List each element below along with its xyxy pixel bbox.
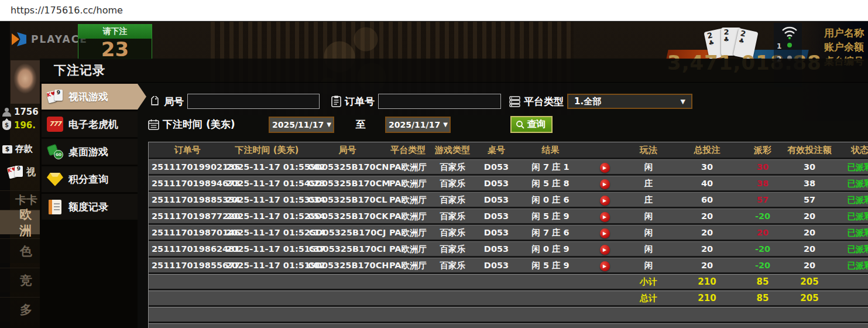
label-username: 用户名称 xyxy=(824,26,864,40)
casino-background: PLAYACE 请下注 23 2♣ 2♣ 2♣ 3,471,018.88 1 2… xyxy=(0,22,868,328)
cell-payout: 30 xyxy=(742,162,783,172)
cards-icon: K♥9 xyxy=(47,89,63,104)
deposit-button[interactable]: $ 存款 xyxy=(2,144,33,155)
cell-total-bet: 60 xyxy=(672,195,742,204)
col-play: 玩法 xyxy=(625,145,672,156)
user-balance: 196. xyxy=(14,120,36,131)
tab-credit-records[interactable]: 额度记录 xyxy=(42,194,138,220)
replay-icon[interactable]: ▶ xyxy=(600,179,610,189)
sidebar-item-se[interactable]: 色 xyxy=(0,238,40,263)
cell-game: 百家乐 xyxy=(429,244,476,255)
browser-address-bar[interactable]: https://175616.cc/home xyxy=(0,0,868,21)
table-row: 251117019862481 2025-11-17 01:51:37 GD05… xyxy=(149,241,868,256)
cell-order: 251117019885354 xyxy=(149,195,226,204)
date-to-picker[interactable]: 2025/11/17▼ xyxy=(385,117,451,133)
video-nav-item[interactable]: K♥9 视 xyxy=(8,166,36,179)
table-body: 251117019902135 2025-11-17 01:55:02 GD05… xyxy=(149,159,868,272)
to-label: 至 xyxy=(355,118,365,131)
bet-records-table: 订单号 下注时间 (美东) 局号 平台类型 游戏类型 桌号 结果 玩法 总投注 … xyxy=(148,142,868,328)
balance-row: $ 196. xyxy=(2,120,36,131)
cell-total-bet: 30 xyxy=(672,162,742,172)
modal-header: 下注记录 xyxy=(40,59,868,83)
cell-round: GD05325B170CK xyxy=(308,211,387,221)
cell-game: 百家乐 xyxy=(429,227,476,238)
search-icon xyxy=(516,120,525,129)
user-id-row: 1756 xyxy=(2,107,39,117)
cell-order: 251117019902135 xyxy=(149,162,226,172)
cell-round: GD05325B170CL xyxy=(308,195,387,204)
cell-play-type: 闲 xyxy=(625,227,672,238)
order-number-input[interactable] xyxy=(378,94,501,109)
cell-result: 闲 0 庄 9 xyxy=(517,244,584,255)
table-row: 251117019902135 2025-11-17 01:55:02 GD05… xyxy=(149,159,868,174)
stream-line-1[interactable]: 1 xyxy=(777,42,781,50)
total-bet: 210 xyxy=(672,293,742,303)
calendar-icon xyxy=(148,119,159,130)
cell-total-bet: 20 xyxy=(672,228,742,237)
cell-platform: PA欧洲厅 xyxy=(387,260,429,271)
tab-points-query[interactable]: 积分查询 xyxy=(42,166,138,192)
round-number-input[interactable] xyxy=(187,94,320,109)
total-valid: 205 xyxy=(783,293,836,303)
replay-icon[interactable]: ▶ xyxy=(600,261,610,271)
bet-time-label: 下注时间 (美东) xyxy=(163,118,235,131)
stream-dot-1 xyxy=(787,43,792,47)
cell-platform: PA欧洲厅 xyxy=(387,227,429,238)
table-header-row: 订单号 下注时间 (美东) 局号 平台类型 游戏类型 桌号 结果 玩法 总投注 … xyxy=(149,142,868,158)
cell-order: 251117019855677 xyxy=(149,261,226,270)
cell-status: 已派彩 xyxy=(836,194,868,206)
cell-status: 已派彩 xyxy=(836,260,868,271)
cell-valid-bet: 20 xyxy=(783,261,836,270)
cell-table-number: D053 xyxy=(476,179,517,188)
order-number-label: 订单号 xyxy=(345,95,375,108)
cell-table-number: D053 xyxy=(476,244,517,254)
sidebar-item-duo[interactable]: 多 xyxy=(0,297,40,322)
sidebar-item-europe[interactable]: 欧洲 xyxy=(0,210,40,234)
platform-type-select[interactable]: 1.全部 ▼ xyxy=(567,94,692,109)
cell-game: 百家乐 xyxy=(429,194,476,206)
search-button-label: 查询 xyxy=(527,118,545,131)
replay-icon[interactable]: ▶ xyxy=(600,163,610,173)
tab-slot-machines[interactable]: 777 电子老虎机 xyxy=(42,111,138,137)
replay-icon[interactable]: ▶ xyxy=(600,212,610,222)
cell-payout: 38 xyxy=(742,179,783,188)
sidebar-item-jing[interactable]: 竞 xyxy=(0,268,40,292)
slot-777-icon: 777 xyxy=(47,117,63,132)
cell-result: 闲 7 庄 1 xyxy=(517,162,584,173)
cell-payout: 57 xyxy=(742,195,783,204)
subtotal-bet: 210 xyxy=(672,276,742,287)
tab-table-games[interactable]: 桌面游戏 xyxy=(42,139,138,165)
col-payout: 派彩 xyxy=(742,145,783,156)
replay-icon[interactable]: ▶ xyxy=(600,196,610,206)
cell-play-type: 闲 xyxy=(625,244,672,255)
col-round: 局号 xyxy=(308,145,387,156)
cell-status: 已派彩 xyxy=(836,178,868,189)
cell-time: 2025-11-17 01:53:34 xyxy=(226,195,308,204)
cell-status: 已派彩 xyxy=(836,244,868,255)
cell-time: 2025-11-17 01:54:23 xyxy=(226,179,308,188)
replay-icon[interactable]: ▶ xyxy=(600,245,610,255)
date-from-picker[interactable]: 2025/11/17▼ xyxy=(269,117,334,133)
replay-icon[interactable]: ▶ xyxy=(600,228,610,238)
search-button[interactable]: 查询 xyxy=(510,116,553,133)
cell-order: 251117019877220 xyxy=(149,211,226,221)
cell-round: GD05325B170CH xyxy=(308,261,387,270)
cell-play-type: 庄 xyxy=(625,194,672,206)
subtotal-label: 小计 xyxy=(625,276,672,288)
tab-video-games[interactable]: K♥9 视讯游戏 xyxy=(42,84,138,110)
empty-row xyxy=(149,307,868,322)
modal-title: 下注记录 xyxy=(54,62,105,78)
subtotal-row: 小计 210 85 205 xyxy=(149,274,868,289)
clipboard-icon xyxy=(331,95,341,107)
countdown-value: 23 xyxy=(78,39,152,60)
avatar xyxy=(11,60,40,104)
cell-platform: PA欧洲厅 xyxy=(387,162,429,173)
chevron-down-icon: ▼ xyxy=(681,98,685,105)
table-row: 251117019870146 2025-11-17 01:52:14 GD05… xyxy=(149,225,868,240)
table-row: 251117019855677 2025-11-17 01:51:02 GD05… xyxy=(149,258,868,272)
col-valid: 有效投注额 xyxy=(783,145,836,156)
round-number-label: 局号 xyxy=(164,95,184,108)
video-nav-label: 视 xyxy=(26,166,36,179)
cell-total-bet: 40 xyxy=(672,179,742,188)
chevron-down-icon: ▼ xyxy=(327,121,331,128)
